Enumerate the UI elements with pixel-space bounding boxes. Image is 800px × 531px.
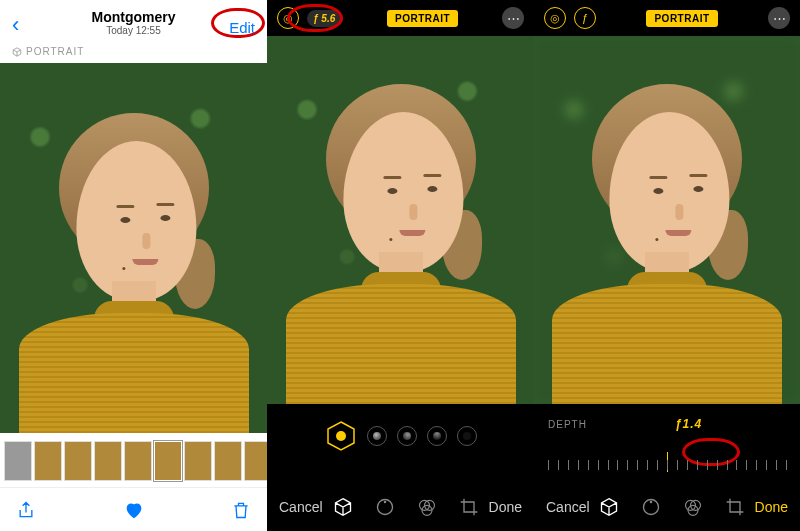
stage-light-preset[interactable] <box>427 426 447 446</box>
svg-point-3 <box>383 501 386 504</box>
edit-button[interactable]: Edit <box>229 19 255 36</box>
crop-icon[interactable] <box>725 497 745 517</box>
thumbnail[interactable] <box>124 441 152 481</box>
timestamp: Today 12:55 <box>0 25 267 36</box>
photos-detail-view: ‹ Montgomery Today 12:55 Edit PORTRAIT <box>0 0 267 531</box>
edit-top-bar: ◎ ƒ 5.6 PORTRAIT ⋯ <box>267 0 534 36</box>
crop-icon[interactable] <box>459 497 479 517</box>
edit-tool-tabs <box>323 497 489 517</box>
edit-lighting-view: ◎ ƒ 5.6 PORTRAIT ⋯ Cancel Done <box>267 0 534 531</box>
main-photo[interactable] <box>0 63 267 433</box>
share-icon[interactable] <box>16 499 36 521</box>
f-stop-pill[interactable]: ƒ 5.6 <box>307 10 343 27</box>
done-button[interactable]: Done <box>489 499 522 515</box>
album-title: Montgomery <box>0 9 267 25</box>
thumbnail-strip[interactable] <box>4 441 263 481</box>
stage-mono-preset[interactable] <box>457 426 477 446</box>
depth-slider[interactable] <box>548 444 786 476</box>
nav-bar: ‹ Montgomery Today 12:55 Edit <box>0 0 267 40</box>
thumbnail[interactable] <box>4 441 32 481</box>
portrait-badge: PORTRAIT <box>387 10 458 27</box>
portrait-cube-icon[interactable] <box>333 497 353 517</box>
filters-icon[interactable] <box>417 497 437 517</box>
portrait-cube-icon[interactable] <box>599 497 619 517</box>
lighting-presets <box>267 404 534 468</box>
portrait-badge: PORTRAIT <box>646 10 717 27</box>
edit-top-bar: ◎ ƒ PORTRAIT ⋯ <box>534 0 800 36</box>
filters-icon[interactable] <box>683 497 703 517</box>
adjust-dial-icon[interactable] <box>375 497 395 517</box>
portrait-tag: PORTRAIT <box>0 40 267 59</box>
depth-control: DEPTH ƒ1.4 <box>534 404 800 444</box>
more-button[interactable]: ⋯ <box>502 7 524 29</box>
thumbnail[interactable] <box>34 441 62 481</box>
bottom-toolbar <box>0 487 267 531</box>
edit-depth-view: ◎ ƒ PORTRAIT ⋯ DEPTH ƒ1.4 Cancel Done <box>534 0 800 531</box>
edit-tool-tabs <box>590 497 755 517</box>
edit-bottom-bar: Cancel Done <box>534 483 800 531</box>
thumbnail[interactable] <box>64 441 92 481</box>
svg-point-1 <box>336 431 346 441</box>
title-block: Montgomery Today 12:55 <box>0 9 267 36</box>
heart-icon[interactable] <box>122 499 146 521</box>
studio-light-preset[interactable] <box>367 426 387 446</box>
thumbnail[interactable] <box>94 441 122 481</box>
cancel-button[interactable]: Cancel <box>546 499 590 515</box>
thumbnail[interactable] <box>184 441 212 481</box>
svg-point-8 <box>650 501 653 504</box>
thumbnail[interactable] <box>214 441 242 481</box>
cancel-button[interactable]: Cancel <box>279 499 323 515</box>
more-button[interactable]: ⋯ <box>768 7 790 29</box>
thumbnail-current[interactable] <box>154 441 182 481</box>
natural-light-preset[interactable] <box>325 420 357 452</box>
cube-icon <box>12 47 22 57</box>
thumbnail[interactable] <box>244 441 267 481</box>
main-photo[interactable] <box>534 36 800 404</box>
f-indicator-icon[interactable]: ƒ <box>574 7 596 29</box>
contour-light-preset[interactable] <box>397 426 417 446</box>
depth-value: ƒ1.4 <box>675 417 702 431</box>
lighting-indicator-icon[interactable]: ◎ <box>544 7 566 29</box>
main-photo[interactable] <box>267 36 534 404</box>
done-button[interactable]: Done <box>755 499 788 515</box>
lighting-indicator-icon[interactable]: ◎ <box>277 7 299 29</box>
edit-bottom-bar: Cancel Done <box>267 483 534 531</box>
depth-label: DEPTH <box>548 419 587 430</box>
adjust-dial-icon[interactable] <box>641 497 661 517</box>
trash-icon[interactable] <box>231 499 251 521</box>
